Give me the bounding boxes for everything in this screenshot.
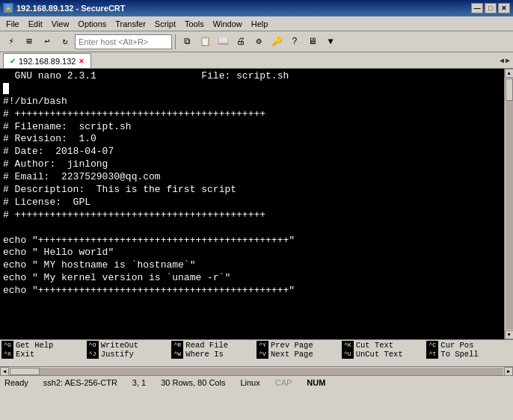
- shortcut-exit: ^X Exit: [1, 350, 87, 359]
- term-line-13: echo " Hello world": [3, 247, 501, 259]
- shortcut-label-to-spell[interactable]: To Spell: [439, 350, 478, 359]
- term-line-11: [3, 222, 501, 235]
- menu-tools[interactable]: Tools: [180, 19, 209, 29]
- shortcuts-row-1: ^G Get Help ^O WriteOut ^R Read File ^Y …: [1, 341, 512, 350]
- shortcut-key-uncut-text: ^U: [342, 350, 354, 358]
- shortcut-key-writeout: ^O: [87, 341, 99, 349]
- shortcut-key-cut-text: ^K: [342, 341, 354, 349]
- tab-status-icon: ✔: [10, 57, 16, 65]
- term-line-12: echo "++++++++++++++++++++++++++++++++++…: [3, 235, 501, 247]
- shortcut-key-exit: ^X: [1, 350, 13, 358]
- menu-bar: File Edit View Options Transfer Script T…: [0, 16, 513, 31]
- terminal-container: GNU nano 2.3.1 File: script.sh #!/bin/ba…: [0, 69, 513, 339]
- title-controls[interactable]: — □ ✕: [471, 3, 510, 13]
- term-line-7: # Email: 2237529030@qq.com: [3, 171, 501, 184]
- terminal[interactable]: GNU nano 2.3.1 File: script.sh #!/bin/ba…: [0, 69, 504, 339]
- shortcut-label-read-file[interactable]: Read File: [184, 341, 228, 350]
- shortcut-label-cur-pos[interactable]: Cur Pos: [439, 341, 473, 350]
- status-ready: Ready: [4, 378, 28, 387]
- h-scroll-left-button[interactable]: ◀: [0, 367, 9, 376]
- toolbar-monitor-btn[interactable]: 🖥: [304, 34, 321, 50]
- toolbar-connect-btn[interactable]: ⚡: [3, 34, 19, 50]
- status-dimensions: 30 Rows, 80 Cols: [161, 378, 225, 387]
- toolbar-back-btn[interactable]: ↩: [39, 34, 55, 50]
- shortcut-label-cut-text[interactable]: Cut Text: [354, 341, 393, 350]
- cursor: [3, 83, 9, 94]
- menu-options[interactable]: Options: [73, 19, 111, 29]
- term-line-9: # License: GPL: [3, 197, 501, 209]
- term-line-6: # Author: jinlong: [3, 158, 501, 171]
- host-input[interactable]: [75, 34, 172, 49]
- shortcut-label-uncut-text[interactable]: UnCut Text: [354, 350, 403, 359]
- toolbar-refresh-btn[interactable]: ↻: [57, 34, 73, 50]
- app-icon: 🔒: [3, 3, 13, 13]
- nano-header: GNU nano 2.3.1 File: script.sh: [3, 70, 501, 83]
- term-line-15: echo " My kernel version is `uname -r`": [3, 272, 501, 285]
- shortcut-key-prev-page: ^Y: [256, 341, 268, 349]
- menu-help[interactable]: Help: [247, 19, 273, 29]
- term-line-1: #!/bin/bash: [3, 96, 501, 108]
- toolbar-separator: [175, 34, 176, 49]
- toolbar-help-btn[interactable]: ?: [286, 34, 303, 50]
- shortcut-key-cur-pos: ^C: [426, 341, 438, 349]
- scrollbar-up-button[interactable]: ▲: [505, 69, 514, 78]
- toolbar-copy-btn[interactable]: ⧉: [179, 34, 195, 50]
- tab-nav-left[interactable]: ◀: [500, 56, 504, 65]
- shortcut-writeout: ^O WriteOut: [87, 341, 172, 350]
- tab-nav-right[interactable]: ▶: [506, 56, 510, 65]
- menu-transfer[interactable]: Transfer: [111, 19, 150, 29]
- shortcut-label-get-help[interactable]: Get Help: [14, 341, 53, 350]
- shortcuts-row-2: ^X Exit ^J Justify ^W Where Is ^V Next P…: [1, 350, 512, 359]
- shortcut-cut-text: ^K Cut Text: [342, 341, 427, 350]
- tab-bar: ✔ 192.168.89.132 ✕ ◀ ▶: [0, 52, 513, 69]
- shortcut-label-writeout[interactable]: WriteOut: [99, 341, 138, 350]
- scrollbar-track[interactable]: [506, 78, 513, 330]
- window-title: 192.168.89.132 - SecureCRT: [16, 4, 126, 13]
- shortcut-label-exit[interactable]: Exit: [14, 350, 34, 359]
- term-cursor-line: [3, 83, 501, 96]
- status-os: Linux: [240, 378, 259, 387]
- menu-view[interactable]: View: [47, 19, 74, 29]
- shortcut-label-prev-page[interactable]: Prev Page: [269, 341, 313, 350]
- title-bar-left: 🔒 192.168.89.132 - SecureCRT: [3, 3, 126, 13]
- maximize-button[interactable]: □: [485, 3, 497, 13]
- menu-file[interactable]: File: [1, 19, 24, 29]
- h-scroll-thumb[interactable]: [10, 368, 40, 375]
- term-line-14: echo " MY hostname is `hostname`": [3, 259, 501, 272]
- scrollbar-down-button[interactable]: ▼: [505, 330, 514, 339]
- toolbar-arrow-btn[interactable]: ▼: [322, 34, 339, 50]
- toolbar-paste-btn[interactable]: 📋: [197, 34, 213, 50]
- menu-script[interactable]: Script: [150, 19, 180, 29]
- horizontal-scrollbar: ◀ ▶: [0, 366, 513, 375]
- active-tab[interactable]: ✔ 192.168.89.132 ✕: [3, 53, 91, 68]
- status-position: 3, 1: [132, 378, 146, 387]
- shortcut-label-next-page[interactable]: Next Page: [269, 350, 313, 359]
- toolbar-tab-btn[interactable]: ⊞: [21, 34, 37, 50]
- minimize-button[interactable]: —: [471, 3, 483, 13]
- toolbar: ⚡ ⊞ ↩ ↻ ⧉ 📋 📖 🖨 ⚙ 🔑 ? 🖥 ▼: [0, 31, 513, 52]
- toolbar-print-btn[interactable]: 🖨: [233, 34, 249, 50]
- shortcut-to-spell: ^T To Spell: [426, 350, 512, 359]
- shortcut-label-justify[interactable]: Justify: [99, 350, 134, 359]
- h-scroll-track[interactable]: [10, 368, 503, 375]
- tab-close-button[interactable]: ✕: [79, 58, 85, 65]
- h-scroll-right-button[interactable]: ▶: [504, 367, 513, 376]
- menu-window[interactable]: Window: [209, 19, 247, 29]
- close-button[interactable]: ✕: [498, 3, 510, 13]
- term-line-8: # Description: This is the first script: [3, 184, 501, 197]
- shortcut-key-read-file: ^R: [171, 341, 183, 349]
- term-line-4: # Revision: 1.0: [3, 133, 501, 146]
- shortcut-where-is: ^W Where Is: [171, 350, 256, 359]
- scrollbar-thumb[interactable]: [506, 78, 513, 101]
- tab-label: 192.168.89.132: [19, 57, 76, 66]
- toolbar-book-btn[interactable]: 📖: [215, 34, 231, 50]
- status-cap: CAP: [275, 378, 292, 387]
- menu-edit[interactable]: Edit: [24, 19, 47, 29]
- toolbar-settings-btn[interactable]: ⚙: [251, 34, 267, 50]
- toolbar-key-btn[interactable]: 🔑: [268, 34, 285, 50]
- shortcut-cur-pos: ^C Cur Pos: [426, 341, 512, 350]
- term-line-10: # ++++++++++++++++++++++++++++++++++++++…: [3, 209, 501, 222]
- shortcut-key-to-spell: ^T: [426, 350, 438, 358]
- shortcut-key-where-is: ^W: [171, 350, 183, 358]
- shortcut-label-where-is[interactable]: Where Is: [184, 350, 223, 359]
